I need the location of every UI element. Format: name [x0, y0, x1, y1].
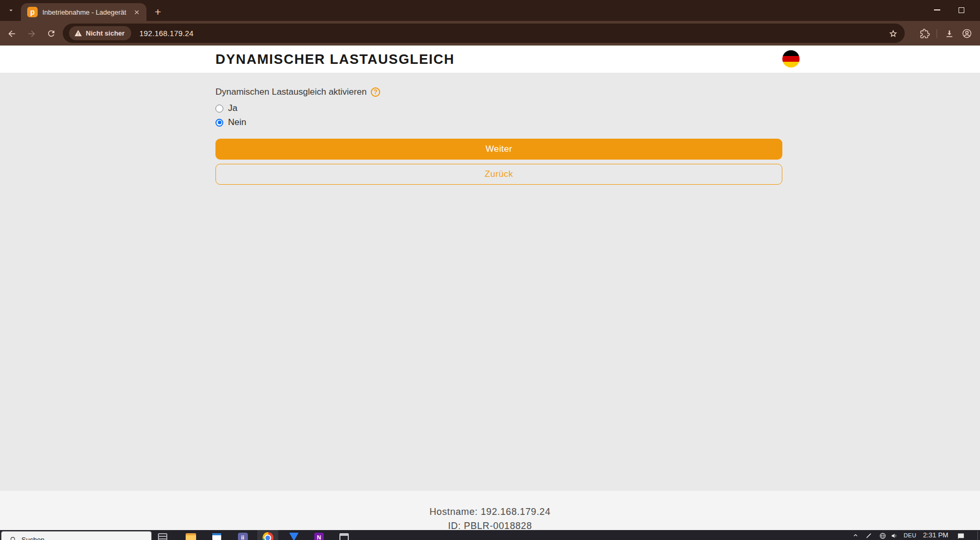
profile-icon: [962, 28, 972, 39]
taskbar-search-label: Suchen: [21, 536, 44, 540]
tray-volume-button[interactable]: [891, 532, 898, 539]
clock[interactable]: 2:31 PM: [923, 531, 948, 539]
onenote-icon: N: [314, 533, 324, 540]
taskbar-app-teams[interactable]: ii: [236, 532, 249, 540]
toolbar-actions: [916, 25, 976, 42]
question-row: Dynamischen Lastausgleich aktivieren ?: [215, 87, 782, 97]
back-button[interactable]: [3, 25, 20, 42]
taskbar-search-box[interactable]: Suchen: [1, 531, 152, 540]
puzzle-icon: [920, 29, 930, 39]
action-center-button[interactable]: [957, 532, 965, 540]
teams-icon: ii: [238, 533, 248, 540]
taskbar-app-explorer[interactable]: [185, 532, 197, 540]
minimize-icon: [934, 9, 940, 10]
security-label: Nicht sicher: [86, 29, 124, 37]
warning-triangle-icon: [74, 29, 82, 37]
pen-icon: [865, 532, 872, 539]
chevron-up-icon: [852, 532, 859, 538]
tab-close-button[interactable]: [132, 7, 141, 17]
radio-option-nein[interactable]: Nein: [215, 117, 782, 128]
language-indicator[interactable]: DEU: [904, 532, 916, 538]
bookmark-button[interactable]: [888, 28, 898, 39]
folder-icon: [186, 533, 196, 540]
url-text[interactable]: 192.168.179.24: [139, 29, 193, 38]
browser-toolbar: Nicht sicher 192.168.179.24: [0, 21, 980, 46]
chrome-icon: [263, 532, 274, 540]
taskbar-app-window[interactable]: [338, 532, 350, 540]
chevron-down-icon: [7, 7, 15, 14]
blue-app-icon: [289, 533, 299, 540]
speaker-icon: [891, 532, 898, 539]
hostname-text: Hostname: 192.168.179.24: [0, 505, 980, 519]
reload-icon: [47, 29, 56, 38]
reload-button[interactable]: [43, 25, 60, 42]
address-bar[interactable]: Nicht sicher 192.168.179.24: [63, 24, 905, 43]
tab-title: Inbetriebnahme - Ladegerät: [42, 8, 129, 16]
window-controls: [925, 0, 973, 20]
help-icon[interactable]: ?: [371, 87, 380, 97]
taskbar-app-onenote[interactable]: N: [313, 532, 325, 540]
new-tab-button[interactable]: +: [151, 5, 165, 19]
show-desktop-button[interactable]: [977, 531, 978, 540]
tab-favicon-icon: p: [27, 7, 38, 17]
action-center-icon: [957, 532, 965, 540]
taskbar-app-chrome[interactable]: [261, 532, 274, 540]
taskbar-app-blue[interactable]: [288, 532, 300, 540]
star-icon: [888, 28, 898, 39]
radio-option-ja[interactable]: Ja: [215, 103, 782, 114]
download-icon: [944, 29, 954, 39]
taskview-icon: [158, 533, 167, 540]
radio-label-nein: Nein: [228, 117, 246, 128]
screen: p Inbetriebnahme - Ladegerät + Nicht sic…: [0, 0, 980, 540]
network-globe-icon: [879, 532, 886, 539]
radio-unchecked-icon[interactable]: [215, 105, 223, 113]
tab-search-button[interactable]: [4, 4, 18, 17]
maximize-icon: [959, 7, 964, 13]
maximize-button[interactable]: [949, 0, 973, 20]
taskbar-app-taskview[interactable]: [156, 532, 169, 540]
page-title: DYNAMISCHER LASTAUSGLEICH: [215, 51, 454, 68]
browser-tab-active[interactable]: p Inbetriebnahme - Ladegerät: [21, 3, 146, 21]
app-window-icon: [339, 533, 349, 540]
weiter-button[interactable]: Weiter: [215, 139, 782, 160]
search-icon: [10, 536, 17, 540]
browser-tabstrip: p Inbetriebnahme - Ladegerät +: [0, 0, 980, 21]
form-container: Dynamischen Lastausgleich aktivieren ? J…: [215, 73, 782, 185]
zurueck-button[interactable]: Zurück: [215, 164, 782, 185]
tray-expand-button[interactable]: [852, 532, 859, 538]
windows-taskbar: Suchen ii N DEU 2:31 PM: [0, 530, 980, 540]
profile-button[interactable]: [958, 25, 976, 42]
back-arrow-icon: [7, 29, 17, 39]
minimize-button[interactable]: [925, 0, 949, 20]
tray-pen-button[interactable]: [865, 532, 872, 539]
radio-checked-icon[interactable]: [215, 119, 223, 127]
forward-button[interactable]: [23, 25, 40, 42]
toolbar-divider: [937, 29, 937, 38]
security-chip[interactable]: Nicht sicher: [69, 26, 131, 40]
taskbar-app-store[interactable]: [210, 532, 223, 540]
downloads-button[interactable]: [940, 25, 958, 42]
store-bag-icon: [212, 533, 221, 540]
close-icon: [133, 9, 140, 16]
tray-network-button[interactable]: [879, 532, 886, 539]
radio-label-ja: Ja: [228, 103, 237, 114]
question-label: Dynamischen Lastausgleich aktivieren: [215, 87, 367, 97]
language-flag-germany-icon[interactable]: [782, 50, 800, 68]
page-main: Dynamischen Lastausgleich aktivieren ? J…: [0, 73, 980, 491]
extensions-button[interactable]: [916, 25, 933, 42]
forward-arrow-icon: [27, 29, 37, 39]
page-header: DYNAMISCHER LASTAUSGLEICH: [0, 46, 980, 73]
